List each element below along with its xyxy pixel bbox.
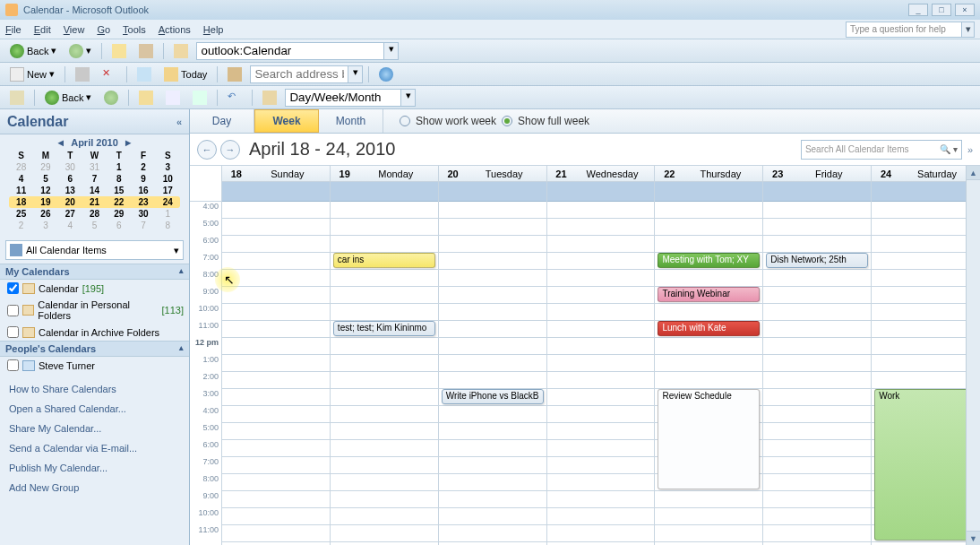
allday-row[interactable] — [547, 182, 655, 202]
prev-week-button[interactable]: ← — [197, 140, 217, 160]
minical-day[interactable]: 3 — [33, 220, 57, 231]
radio-work-week[interactable] — [400, 116, 410, 126]
minical-day[interactable]: 10 — [156, 173, 180, 185]
allday-row[interactable] — [763, 182, 871, 202]
appointment[interactable]: Write iPhone vs BlackB — [442, 389, 544, 404]
sidebar-link[interactable]: Share My Calendar... — [0, 419, 189, 438]
minical-day[interactable]: 2 — [9, 220, 33, 231]
undo-button[interactable]: ↶ — [223, 89, 246, 107]
misc-button-1[interactable] — [134, 89, 158, 107]
minical-day[interactable]: 22 — [107, 196, 131, 208]
tab-month[interactable]: Month — [319, 109, 383, 133]
minical-day[interactable]: 6 — [58, 173, 82, 185]
address-dropdown[interactable]: ▾ — [384, 42, 399, 60]
day-column[interactable]: 19Mondaycar instest; test; Kim Kininmo — [331, 166, 439, 545]
minical-day[interactable]: 3 — [156, 161, 180, 173]
forward-button-3[interactable] — [99, 89, 123, 107]
permissions-button[interactable] — [133, 65, 156, 83]
people-checkbox[interactable] — [7, 359, 19, 371]
appointment[interactable]: test; test; Kim Kininmo — [333, 321, 435, 336]
minical-day[interactable]: 19 — [33, 196, 57, 208]
minical-day[interactable]: 17 — [156, 185, 180, 196]
mini-calendar[interactable]: ◄ April 2010 ► SMTWTFS282930311234567891… — [0, 134, 189, 237]
day-column[interactable]: 21Wednesday — [547, 166, 656, 545]
address-input[interactable] — [196, 42, 384, 60]
minical-day[interactable]: 28 — [82, 208, 107, 220]
calendar-checkbox[interactable] — [7, 326, 19, 338]
minical-day[interactable]: 29 — [33, 161, 57, 173]
close-button[interactable]: × — [955, 4, 975, 16]
day-column[interactable]: 18Sunday — [222, 166, 331, 545]
misc-button-2[interactable] — [161, 89, 185, 107]
calendar-checkbox[interactable] — [7, 305, 19, 316]
minical-day[interactable]: 7 — [131, 220, 155, 231]
minical-day[interactable]: 30 — [58, 161, 82, 173]
calendar-checkbox[interactable] — [7, 282, 19, 294]
appointment[interactable]: Meeting with Tom; XY — [658, 253, 760, 268]
help-button[interactable] — [374, 65, 398, 83]
sidebar-link[interactable]: Publish My Calendar... — [0, 458, 189, 478]
home-button[interactable] — [134, 42, 158, 60]
minical-day[interactable]: 27 — [58, 208, 82, 220]
sidebar-link[interactable]: Open a Shared Calendar... — [0, 399, 189, 419]
minimize-button[interactable]: _ — [908, 4, 928, 16]
menu-edit[interactable]: Edit — [34, 24, 51, 35]
peoples-calendars-section[interactable]: People's Calendars▴ — [0, 341, 189, 357]
minical-day[interactable]: 18 — [9, 196, 33, 208]
menu-tools[interactable]: Tools — [123, 24, 146, 35]
help-question-input[interactable]: Type a question for help — [846, 22, 962, 38]
delete-button[interactable]: ✕ — [98, 65, 121, 83]
scroll-up-button[interactable]: ▲ — [967, 166, 980, 180]
minical-day[interactable]: 9 — [131, 173, 155, 185]
day-column[interactable]: 22ThursdayMeeting with Tom; XYTraining W… — [655, 166, 763, 545]
search-addressbook-dropdown[interactable]: ▾ — [348, 65, 363, 83]
minical-day[interactable]: 15 — [107, 185, 131, 196]
allday-row[interactable] — [872, 182, 979, 202]
up-button[interactable] — [107, 42, 131, 60]
minical-day[interactable]: 6 — [107, 220, 131, 231]
search-calendar-input[interactable]: Search All Calendar Items 🔍 ▾ — [801, 140, 962, 160]
search-addressbook-input[interactable] — [250, 65, 348, 83]
minical-day[interactable]: 7 — [82, 173, 107, 185]
appointment[interactable]: Training Webinar — [658, 287, 760, 302]
radio-full-week[interactable] — [502, 116, 512, 126]
help-dropdown[interactable]: ▾ — [962, 22, 975, 38]
minical-day[interactable]: 29 — [107, 208, 131, 220]
appointment[interactable]: car ins — [333, 253, 435, 268]
minical-day[interactable]: 24 — [156, 196, 180, 208]
tab-day[interactable]: Day — [190, 109, 254, 133]
sidebar-link[interactable]: Send a Calendar via E-mail... — [0, 438, 189, 458]
my-calendars-section[interactable]: My Calendars▴ — [0, 264, 189, 280]
prev-month-button[interactable]: ◄ — [56, 137, 65, 148]
minical-day[interactable]: 21 — [82, 196, 107, 208]
minical-day[interactable]: 1 — [156, 208, 180, 220]
calendar-list-item[interactable]: Calendar [195] — [0, 280, 189, 297]
viewmode-select[interactable] — [285, 89, 401, 107]
minical-day[interactable]: 13 — [58, 185, 82, 196]
allday-row[interactable] — [331, 182, 438, 202]
minical-day[interactable]: 1 — [107, 161, 131, 173]
viewmode-icon-button[interactable] — [258, 89, 281, 107]
minical-day[interactable]: 30 — [131, 208, 155, 220]
minical-day[interactable]: 25 — [9, 208, 33, 220]
viewmode-dropdown[interactable]: ▾ — [401, 89, 416, 107]
allday-row[interactable] — [222, 182, 330, 202]
sidebar-collapse-button[interactable]: « — [176, 117, 182, 127]
minical-day[interactable]: 12 — [33, 185, 57, 196]
minical-day[interactable]: 23 — [131, 196, 155, 208]
new-button[interactable]: New ▾ — [5, 65, 59, 83]
minical-day[interactable]: 31 — [82, 161, 107, 173]
menu-help[interactable]: Help — [203, 24, 224, 35]
appointment[interactable]: Dish Network; 25th — [766, 253, 868, 268]
minical-day[interactable]: 16 — [131, 185, 155, 196]
minical-day[interactable]: 5 — [33, 173, 57, 185]
day-column[interactable]: 20TuesdayWrite iPhone vs BlackB — [439, 166, 547, 545]
back-button[interactable]: Back ▾ — [5, 42, 61, 60]
sidebar-link[interactable]: How to Share Calendars — [0, 379, 189, 399]
appointment[interactable]: Work — [874, 389, 976, 541]
minical-day[interactable]: 5 — [82, 220, 107, 231]
today-button[interactable]: Today — [159, 65, 211, 83]
minical-day[interactable]: 14 — [82, 185, 107, 196]
sidebar-link[interactable]: Add New Group — [0, 478, 189, 497]
misc-button-3[interactable] — [188, 89, 211, 107]
